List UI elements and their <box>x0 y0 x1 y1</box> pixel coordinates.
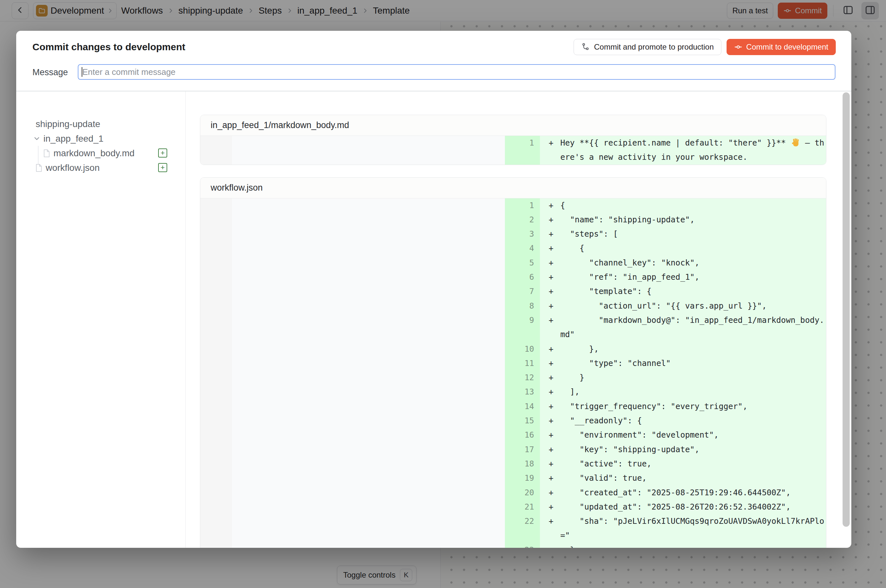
line-number: 10 <box>505 342 540 356</box>
old-line-gutter <box>200 213 232 227</box>
old-line-content <box>232 136 505 165</box>
old-line-content <box>232 442 505 457</box>
added-marker: + <box>540 136 560 165</box>
diff-row: 10+ }, <box>200 342 826 356</box>
line-content: "action_url": "{{ vars.app_url }}", <box>560 299 826 313</box>
diff-row: 3+ "steps": [ <box>200 227 826 241</box>
diff-row: 7+ "template": { <box>200 284 826 298</box>
message-label: Message <box>32 68 68 78</box>
scrollbar-thumb[interactable] <box>843 92 850 527</box>
line-number: 1 <box>505 198 540 213</box>
added-marker: + <box>540 284 560 298</box>
diff-row: 13+ ], <box>200 385 826 399</box>
diff-panel-workflow: workflow.json 1+{2+ "name": "shipping-up… <box>200 177 826 548</box>
commit-to-development-button[interactable]: Commit to development <box>727 39 836 55</box>
line-content: "updated_at": "2025-08-26T20:26:52.36400… <box>560 500 826 514</box>
line-number: 6 <box>505 270 540 284</box>
line-number: 2 <box>505 213 540 227</box>
commit-modal: Commit changes to development Commit and… <box>16 31 852 548</box>
tree-file-markdown[interactable]: markdown_body.md + <box>16 146 185 160</box>
line-content: "valid": true, <box>560 471 826 485</box>
line-content: "environment": "development", <box>560 428 826 442</box>
old-line-content <box>232 428 505 442</box>
promote-icon <box>581 42 590 51</box>
line-number: 21 <box>505 500 540 514</box>
tree-folder-label: in_app_feed_1 <box>43 134 103 144</box>
line-number: 5 <box>505 256 540 270</box>
old-line-content <box>232 457 505 471</box>
diff-row: 4+ { <box>200 241 826 255</box>
old-line-content <box>232 514 505 543</box>
diff-file-name: in_app_feed_1/markdown_body.md <box>200 115 826 136</box>
diff-row: 19+ "valid": true, <box>200 471 826 485</box>
old-line-gutter <box>200 313 232 342</box>
added-marker: + <box>540 356 560 370</box>
text-cursor <box>82 67 82 77</box>
old-line-gutter <box>200 356 232 370</box>
line-content: } <box>560 370 826 385</box>
diff-row: 23+ } <box>200 543 826 548</box>
line-number: 4 <box>505 241 540 255</box>
line-number: 19 <box>505 471 540 485</box>
chevron-down-icon <box>32 134 41 143</box>
added-marker: + <box>540 213 560 227</box>
commit-message-input[interactable] <box>78 64 835 80</box>
diff-file-name: workflow.json <box>200 178 826 198</box>
old-line-content <box>232 198 505 213</box>
diff-row: 9+ "markdown_body@": "in_app_feed_1/mark… <box>200 313 826 342</box>
diff-row: 11+ "type": "channel" <box>200 356 826 370</box>
tree-root-label: shipping-update <box>36 119 100 129</box>
modal-title: Commit changes to development <box>32 42 185 52</box>
old-line-content <box>232 500 505 514</box>
added-marker: + <box>540 514 560 543</box>
old-line-gutter <box>200 457 232 471</box>
line-number: 7 <box>505 284 540 298</box>
modal-header: Commit changes to development Commit and… <box>16 31 852 91</box>
added-marker: + <box>540 428 560 442</box>
line-number: 9 <box>505 313 540 342</box>
tree-file-workflow[interactable]: workflow.json + <box>16 160 185 175</box>
added-marker: + <box>540 414 560 428</box>
wave-emoji <box>791 138 801 147</box>
added-marker: + <box>540 486 560 500</box>
added-marker: + <box>540 270 560 284</box>
tree-folder[interactable]: in_app_feed_1 <box>16 131 185 146</box>
line-number: 23 <box>505 543 540 548</box>
old-line-gutter <box>200 471 232 485</box>
old-line-content <box>232 356 505 370</box>
diff-row: 1+{ <box>200 198 826 213</box>
line-content: "trigger_frequency": "every_trigger", <box>560 399 826 414</box>
old-line-gutter <box>200 385 232 399</box>
diff-area: in_app_feed_1/markdown_body.md 1+Hey **{… <box>186 92 852 548</box>
diff-row: 14+ "trigger_frequency": "every_trigger"… <box>200 399 826 414</box>
diff-panel-markdown: in_app_feed_1/markdown_body.md 1+Hey **{… <box>200 115 826 165</box>
old-line-content <box>232 256 505 270</box>
line-number: 1 <box>505 136 540 165</box>
line-content: }, <box>560 342 826 356</box>
commit-promote-button[interactable]: Commit and promote to production <box>574 39 721 55</box>
old-line-content <box>232 241 505 255</box>
line-content: "__readonly": { <box>560 414 826 428</box>
old-line-gutter <box>200 486 232 500</box>
old-line-content <box>232 270 505 284</box>
line-content: "name": "shipping-update", <box>560 213 826 227</box>
tree-file-label: markdown_body.md <box>54 148 135 159</box>
line-content: "channel_key": "knock", <box>560 256 826 270</box>
old-line-gutter <box>200 514 232 543</box>
old-line-content <box>232 399 505 414</box>
line-content: "markdown_body@": "in_app_feed_1/markdow… <box>560 313 826 342</box>
added-marker: + <box>540 385 560 399</box>
line-content: } <box>560 543 826 548</box>
added-marker: + <box>540 256 560 270</box>
diff-row: 15+ "__readonly": { <box>200 414 826 428</box>
line-content: "type": "channel" <box>560 356 826 370</box>
old-line-gutter <box>200 299 232 313</box>
line-number: 8 <box>505 299 540 313</box>
old-line-gutter <box>200 414 232 428</box>
old-line-content <box>232 471 505 485</box>
old-line-gutter <box>200 342 232 356</box>
file-icon <box>35 164 42 172</box>
line-number: 12 <box>505 370 540 385</box>
changed-files-tree: shipping-update in_app_feed_1 markdown_b… <box>16 92 186 548</box>
added-marker: + <box>540 299 560 313</box>
